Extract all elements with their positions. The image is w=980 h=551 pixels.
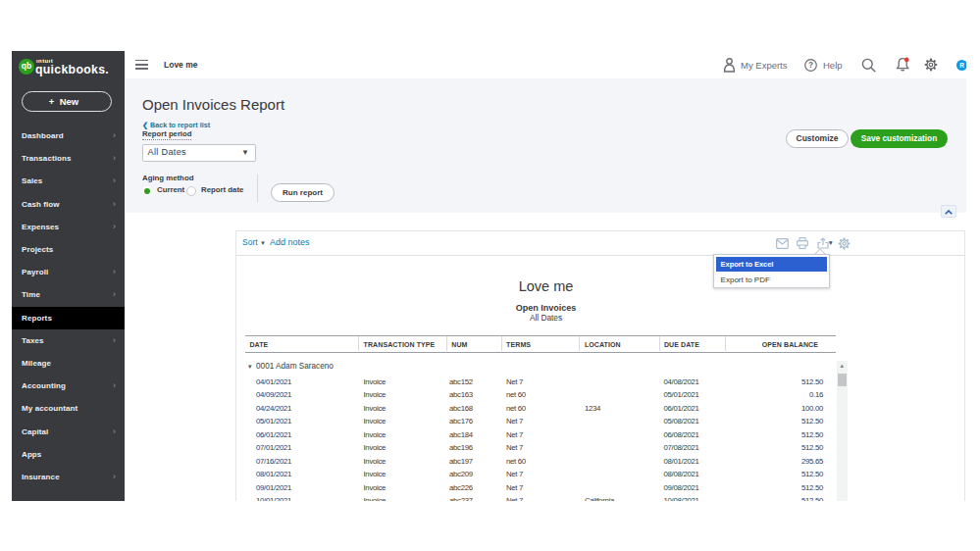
svg-text:?: ? <box>808 61 813 70</box>
